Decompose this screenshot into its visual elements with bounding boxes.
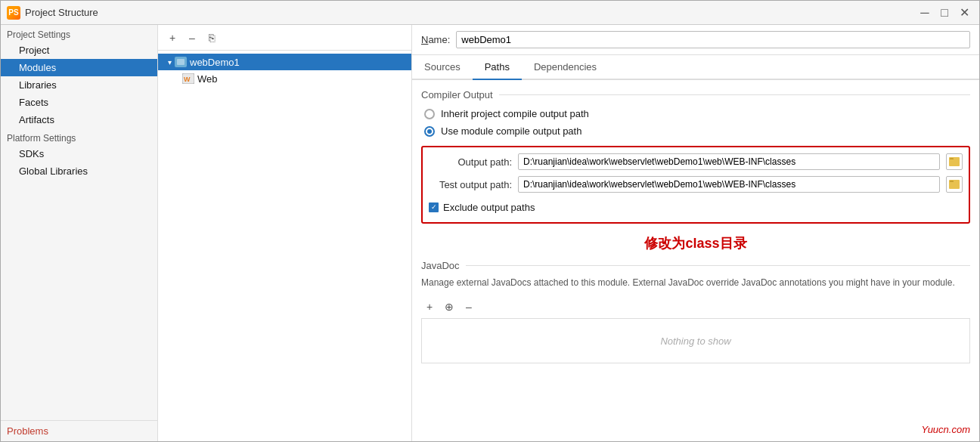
remove-module-button[interactable]: –: [184, 29, 200, 46]
javadoc-description: Manage external JavaDocs attached to thi…: [421, 276, 970, 289]
tree-item-webdemo1[interactable]: ▾ webDemo1: [158, 54, 411, 70]
project-structure-window: PS Project Structure ─ □ ✕ Project Setti…: [0, 0, 980, 442]
exclude-output-paths-row: Exclude output paths: [429, 199, 963, 216]
test-output-path-row: Test output path:: [429, 176, 963, 193]
javadoc-remove-button[interactable]: –: [461, 298, 477, 315]
tab-dependencies[interactable]: Dependencies: [522, 55, 609, 80]
exclude-checkbox[interactable]: [429, 202, 439, 212]
test-output-path-input[interactable]: [518, 176, 940, 193]
sidebar-item-problems[interactable]: Problems: [1, 420, 157, 441]
sidebar-item-libraries[interactable]: Libraries: [1, 76, 157, 94]
copy-module-button[interactable]: ⎘: [203, 29, 220, 46]
right-panel: Name: Sources Paths Dependencies Compile…: [412, 25, 979, 441]
watermark: Yuucn.com: [921, 424, 970, 435]
svg-rect-9: [949, 182, 960, 188]
close-button[interactable]: ✕: [955, 4, 973, 22]
sidebar-item-modules[interactable]: Modules: [1, 59, 157, 76]
output-path-browse-button[interactable]: [946, 153, 963, 170]
output-path-input[interactable]: [518, 153, 940, 170]
use-module-option[interactable]: Use module compile output path: [424, 125, 970, 137]
javadoc-add-button[interactable]: +: [421, 298, 438, 315]
nothing-to-show-label: Nothing to show: [660, 335, 730, 347]
platform-settings-header: Platform Settings: [1, 128, 157, 145]
inherit-option[interactable]: Inherit project compile output path: [424, 108, 970, 119]
use-module-radio[interactable]: [424, 126, 435, 137]
sidebar-item-artifacts[interactable]: Artifacts: [1, 111, 157, 128]
tabs-row: Sources Paths Dependencies: [412, 55, 979, 80]
name-input[interactable]: [456, 31, 970, 48]
window-title: Project Structure: [25, 7, 916, 18]
tree-item-label: webDemo1: [190, 57, 240, 68]
app-icon: PS: [7, 6, 20, 20]
sidebar: Project Settings Project Modules Librari…: [1, 25, 158, 441]
tree-item-web[interactable]: W Web: [158, 70, 411, 87]
test-output-path-label: Test output path:: [429, 179, 512, 190]
tree-expand-icon: ▾: [164, 57, 175, 67]
tab-sources[interactable]: Sources: [412, 55, 473, 80]
title-bar: PS Project Structure ─ □ ✕: [1, 1, 979, 25]
inherit-radio[interactable]: [424, 109, 435, 119]
module-name-row: Name:: [412, 25, 979, 55]
module-tree: ▾ webDemo1 W: [158, 51, 411, 441]
output-path-row: Output path:: [429, 153, 963, 170]
window-controls: ─ □ ✕: [916, 4, 973, 22]
output-paths-box: Output path: Test output path:: [421, 146, 970, 224]
main-content: Project Settings Project Modules Librari…: [1, 25, 979, 441]
output-path-label: Output path:: [429, 156, 512, 168]
project-settings-header: Project Settings: [1, 25, 157, 42]
web-icon: W: [182, 73, 194, 85]
output-path-options: Inherit project compile output path Use …: [421, 108, 970, 137]
javadoc-section: JavaDoc Manage external JavaDocs attache…: [421, 260, 970, 363]
svg-rect-1: [177, 59, 185, 65]
sidebar-item-global-libraries[interactable]: Global Libraries: [1, 162, 157, 180]
javadoc-content-area: Nothing to show: [421, 318, 970, 363]
tree-item-label: Web: [197, 73, 218, 85]
javadoc-toolbar: + ⊕ –: [421, 295, 970, 318]
center-panel: + – ⎘ ▾ webDemo1: [158, 25, 412, 441]
javadoc-add-external-button[interactable]: ⊕: [441, 298, 457, 315]
svg-text:W: W: [184, 76, 191, 83]
sidebar-item-project[interactable]: Project: [1, 42, 157, 59]
add-module-button[interactable]: +: [164, 29, 181, 46]
name-label: Name:: [421, 34, 450, 45]
sidebar-item-sdks[interactable]: SDKs: [1, 145, 157, 162]
module-icon: [175, 56, 187, 68]
tab-paths[interactable]: Paths: [473, 55, 522, 80]
test-output-path-browse-button[interactable]: [946, 176, 963, 193]
minimize-button[interactable]: ─: [916, 4, 934, 22]
svg-rect-6: [949, 159, 960, 165]
annotation-text: 修改为class目录: [421, 231, 970, 255]
paths-tab-content: Compiler Output Inherit project compile …: [412, 80, 979, 441]
compiler-output-section-title: Compiler Output: [421, 89, 970, 100]
javadoc-section-title: JavaDoc: [421, 260, 970, 271]
sidebar-item-facets[interactable]: Facets: [1, 94, 157, 111]
maximize-button[interactable]: □: [935, 4, 954, 22]
